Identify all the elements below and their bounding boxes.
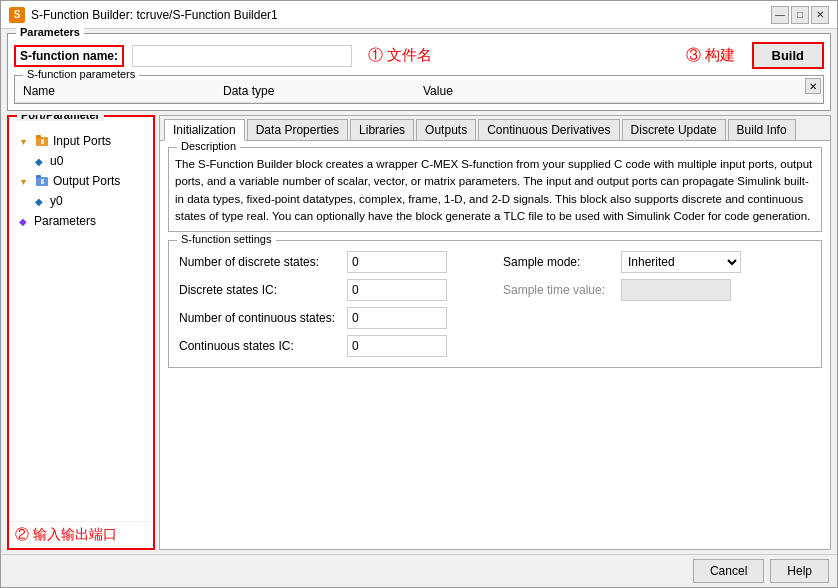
annotation-2: ② 输入输出端口	[9, 521, 153, 548]
continuous-ic-label: Continuous states IC:	[179, 339, 339, 353]
discrete-states-input[interactable]	[347, 251, 447, 273]
left-panel: Port/Parameter ▾ Input Ports ◆ u0	[7, 115, 155, 550]
tab-outputs[interactable]: Outputs	[416, 119, 476, 140]
col-name: Name	[23, 84, 223, 98]
right-panel: Initialization Data Properties Libraries…	[159, 115, 831, 550]
sfunc-params-close[interactable]: ✕	[805, 78, 821, 94]
diamond-purple-icon: ◆	[15, 213, 31, 229]
left-panel-label: Port/Parameter	[17, 115, 104, 121]
tab-libraries[interactable]: Libraries	[350, 119, 414, 140]
sfunc-name-label: S-function name:	[14, 45, 124, 67]
settings-grid: Number of discrete states: Discrete stat…	[169, 241, 821, 367]
minimize-button[interactable]: —	[771, 6, 789, 24]
discrete-states-row: Number of discrete states:	[179, 251, 487, 273]
sample-mode-label: Sample mode:	[503, 255, 613, 269]
settings-section: S-function settings Number of discrete s…	[168, 240, 822, 368]
y0-label: y0	[50, 194, 63, 208]
discrete-ic-row: Discrete states IC:	[179, 279, 487, 301]
svg-rect-5	[41, 179, 44, 184]
discrete-ic-input[interactable]	[347, 279, 447, 301]
tab-content: Description The S-Function Builder block…	[160, 141, 830, 549]
continuous-ic-row: Continuous states IC:	[179, 335, 487, 357]
diamond-blue-icon: ◆	[31, 153, 47, 169]
parameters-label: Parameters	[34, 214, 96, 228]
parameters-section: Parameters S-function name: ① 文件名 ③ 构建 B…	[7, 33, 831, 111]
main-window: S S-Function Builder: tcruve/S-Function …	[0, 0, 838, 588]
description-section: Description The S-Function Builder block…	[168, 147, 822, 232]
sfunc-name-input[interactable]	[132, 45, 352, 67]
continuous-states-row: Number of continuous states:	[179, 307, 487, 329]
expand-icon: ▾	[15, 133, 31, 149]
settings-right: Sample mode: Inherited Continuous Discre…	[503, 251, 811, 357]
discrete-states-label: Number of discrete states:	[179, 255, 339, 269]
maximize-button[interactable]: □	[791, 6, 809, 24]
svg-rect-1	[36, 135, 41, 138]
folder-output-icon	[34, 173, 50, 189]
title-bar: S S-Function Builder: tcruve/S-Function …	[1, 1, 837, 29]
u0-label: u0	[50, 154, 63, 168]
tree-item-input-ports[interactable]: ▾ Input Ports	[13, 131, 149, 151]
sample-mode-select[interactable]: Inherited Continuous Discrete	[621, 251, 741, 273]
sfunc-params-label: S-function parameters	[23, 68, 139, 80]
input-ports-label: Input Ports	[53, 134, 111, 148]
diamond-y0-icon: ◆	[31, 193, 47, 209]
discrete-ic-label: Discrete states IC:	[179, 283, 339, 297]
help-button[interactable]: Help	[770, 559, 829, 583]
tree-item-parameters[interactable]: ◆ Parameters	[13, 211, 149, 231]
folder-input-icon	[34, 133, 50, 149]
description-label: Description	[177, 141, 240, 152]
settings-left: Number of discrete states: Discrete stat…	[179, 251, 487, 357]
tree-container: ▾ Input Ports ◆ u0 ▾	[9, 127, 153, 521]
tree-item-output-ports[interactable]: ▾ Output Ports	[13, 171, 149, 191]
svg-rect-2	[41, 139, 44, 144]
sfunc-name-row: S-function name: ① 文件名 ③ 构建 Build	[14, 42, 824, 69]
tree-item-y0[interactable]: ◆ y0	[13, 191, 149, 211]
tab-build-info[interactable]: Build Info	[728, 119, 796, 140]
expand-output-icon: ▾	[15, 173, 31, 189]
annotation-3: ③ 构建	[686, 46, 735, 65]
sample-time-row: Sample time value:	[503, 279, 811, 301]
window-title: S-Function Builder: tcruve/S-Function Bu…	[31, 8, 278, 22]
col-value: Value	[423, 84, 815, 98]
parameters-section-label: Parameters	[16, 26, 84, 38]
tree-item-u0[interactable]: ◆ u0	[13, 151, 149, 171]
tab-initialization[interactable]: Initialization	[164, 119, 245, 141]
title-bar-left: S S-Function Builder: tcruve/S-Function …	[9, 7, 278, 23]
main-content: Port/Parameter ▾ Input Ports ◆ u0	[7, 115, 831, 550]
sample-time-input	[621, 279, 731, 301]
output-ports-label: Output Ports	[53, 174, 120, 188]
continuous-states-label: Number of continuous states:	[179, 311, 339, 325]
window-icon: S	[9, 7, 25, 23]
sample-mode-row: Sample mode: Inherited Continuous Discre…	[503, 251, 811, 273]
svg-rect-4	[36, 175, 41, 178]
col-datatype: Data type	[223, 84, 423, 98]
cancel-button[interactable]: Cancel	[693, 559, 764, 583]
continuous-ic-input[interactable]	[347, 335, 447, 357]
annotation-1: ① 文件名	[368, 46, 432, 65]
tab-continuous-derivatives[interactable]: Continuous Derivatives	[478, 119, 619, 140]
sfunc-params-section: S-function parameters ✕ Name Data type V…	[14, 75, 824, 104]
continuous-states-input[interactable]	[347, 307, 447, 329]
bottom-bar: Cancel Help	[1, 554, 837, 587]
tabs-bar: Initialization Data Properties Libraries…	[160, 116, 830, 141]
tab-discrete-update[interactable]: Discrete Update	[622, 119, 726, 140]
settings-label: S-function settings	[177, 233, 276, 245]
sample-time-label: Sample time value:	[503, 283, 613, 297]
sfunc-params-header: Name Data type Value	[15, 80, 823, 103]
build-button[interactable]: Build	[752, 42, 825, 69]
description-text: The S-Function Builder block creates a w…	[169, 148, 821, 231]
close-button[interactable]: ✕	[811, 6, 829, 24]
title-controls: — □ ✕	[771, 6, 829, 24]
tab-data-properties[interactable]: Data Properties	[247, 119, 348, 140]
